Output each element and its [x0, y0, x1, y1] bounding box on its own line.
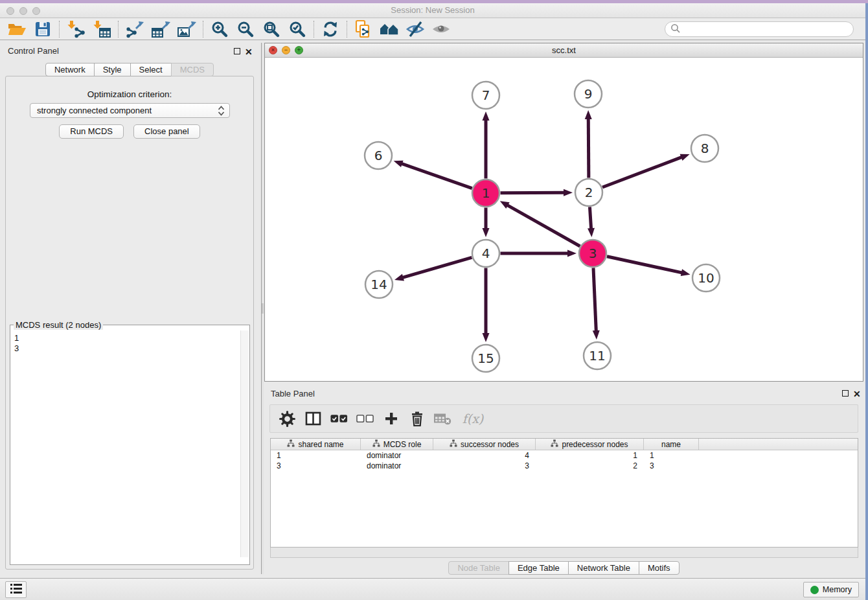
export-network-icon[interactable] — [122, 19, 148, 39]
edge-1-2[interactable] — [500, 192, 565, 193]
edge-3-1[interactable] — [507, 205, 580, 246]
table-cell[interactable]: 4 — [433, 450, 536, 461]
table-cell[interactable]: 1 — [271, 450, 361, 461]
mcds-result-text: 13 — [10, 330, 240, 558]
edge-arrowhead-1-4 — [483, 228, 490, 237]
import-table-icon[interactable] — [89, 19, 115, 39]
refresh-icon[interactable] — [317, 19, 343, 39]
column-header-filler — [699, 439, 858, 450]
table-cell[interactable]: 2 — [536, 461, 644, 471]
search-field[interactable] — [665, 21, 854, 37]
mcds-result-line: 1 — [14, 333, 236, 343]
gear-icon[interactable] — [279, 410, 296, 428]
first-neighbors-icon[interactable] — [376, 19, 402, 39]
memory-button[interactable]: Memory — [803, 582, 859, 597]
window-titlebar[interactable]: Session: New Session — [0, 3, 865, 18]
edge-arrowhead-4-3 — [567, 250, 577, 257]
hide-selected-icon[interactable] — [402, 19, 428, 39]
panel-splitter[interactable] — [261, 43, 264, 574]
table-cell[interactable]: dominator — [361, 461, 433, 471]
function-builder-label: f(x) — [463, 411, 484, 426]
column-header-name[interactable]: name — [644, 439, 699, 450]
export-table-icon[interactable] — [148, 19, 174, 39]
table-row[interactable]: 3dominator323 — [271, 461, 858, 471]
function-builder-icon: f(x) — [460, 410, 486, 428]
float-panel-icon[interactable] — [234, 48, 240, 54]
edge-4-14[interactable] — [402, 257, 472, 277]
edge-3-10[interactable] — [607, 257, 683, 273]
tab-style[interactable]: Style — [94, 63, 131, 76]
table-toolbar: f(x) — [269, 404, 858, 433]
search-input[interactable] — [683, 25, 845, 34]
table-cell[interactable]: 1 — [536, 450, 644, 461]
tab-select[interactable]: Select — [130, 63, 172, 76]
select-stepper-icon — [218, 106, 225, 120]
tab-edge-table[interactable]: Edge Table — [508, 561, 569, 575]
table-cell[interactable]: dominator — [361, 450, 433, 461]
deselect-all-checkboxes-icon[interactable] — [356, 410, 374, 428]
edge-arrowhead-4-15 — [483, 333, 490, 342]
open-file-icon[interactable] — [4, 19, 30, 39]
column-header-label: MCDS role — [383, 440, 422, 449]
result-scrollbar[interactable] — [240, 330, 249, 557]
network-window-controls: ×−+ — [269, 46, 308, 60]
mcds-result-title: MCDS result (2 nodes) — [14, 320, 103, 330]
zoom-fit-icon[interactable] — [258, 19, 284, 39]
column-header-shared-name[interactable]: shared name — [271, 439, 361, 450]
desktop-edge-right — [865, 3, 868, 600]
select-all-checkboxes-icon[interactable] — [330, 410, 348, 428]
delete-column-icon[interactable] — [408, 410, 426, 428]
split-columns-icon[interactable] — [304, 410, 322, 428]
tree-sort-icon — [372, 439, 380, 449]
table-row[interactable]: 1dominator411 — [271, 450, 858, 461]
network-window-titlebar[interactable]: ×−+ scc.txt — [265, 43, 863, 58]
table-cell[interactable]: 3 — [271, 461, 361, 471]
edge-arrowhead-1-2 — [564, 189, 573, 196]
table-panel-title: Table Panel — [271, 389, 315, 398]
zoom-network-window-icon[interactable]: + — [295, 46, 303, 54]
column-header-successor-nodes[interactable]: successor nodes — [433, 439, 536, 450]
toolbar-separator — [347, 21, 347, 38]
table-cell[interactable]: 3 — [644, 461, 699, 471]
tree-sort-icon — [450, 439, 457, 449]
column-header-predecessor-nodes[interactable]: predecessor nodes — [536, 439, 644, 450]
edge-2-9[interactable] — [588, 118, 589, 178]
run-mcds-button[interactable]: Run MCDS — [59, 124, 124, 139]
edge-1-6[interactable] — [401, 163, 472, 188]
mcds-panel: Optimization criterion: strongly connect… — [5, 76, 254, 570]
optimization-criterion-select[interactable]: strongly connected component — [30, 103, 230, 118]
tab-network[interactable]: Network — [45, 63, 95, 76]
import-network-icon[interactable] — [63, 19, 89, 39]
close-network-window-icon[interactable]: × — [269, 46, 277, 54]
tab-mcds[interactable]: MCDS — [171, 63, 214, 76]
tab-node-table[interactable]: Node Table — [448, 561, 509, 575]
toolbar-separator — [118, 21, 119, 38]
column-header-mcds-role[interactable]: MCDS role — [361, 439, 433, 450]
table-cell[interactable]: 1 — [644, 450, 699, 461]
network-canvas[interactable]: 1234678910111415 — [265, 58, 863, 381]
minimize-network-window-icon[interactable]: − — [282, 46, 290, 54]
tab-network-table[interactable]: Network Table — [568, 561, 639, 575]
memory-status-icon — [810, 586, 819, 594]
table-cell[interactable]: 3 — [433, 461, 536, 471]
close-table-panel-icon[interactable]: ✕ — [853, 389, 861, 398]
zoom-in-icon[interactable] — [207, 19, 233, 39]
network-window-title: scc.txt — [552, 45, 576, 55]
edge-2-8[interactable] — [602, 157, 682, 187]
add-column-icon[interactable] — [382, 410, 400, 428]
task-history-button[interactable] — [5, 581, 27, 598]
tab-motifs[interactable]: Motifs — [639, 561, 680, 575]
save-session-icon[interactable] — [30, 19, 56, 39]
zoom-out-icon[interactable] — [233, 19, 258, 39]
close-panel-button[interactable]: Close panel — [133, 124, 200, 139]
edge-3-11[interactable] — [593, 268, 596, 332]
edge-2-3[interactable] — [589, 207, 591, 229]
close-panel-icon[interactable]: ✕ — [245, 47, 253, 56]
show-all-icon[interactable] — [428, 19, 454, 39]
edge-arrowhead-1-6 — [394, 161, 404, 167]
new-network-from-selection-icon[interactable] — [350, 19, 376, 39]
export-image-icon[interactable] — [174, 19, 200, 39]
float-table-panel-icon[interactable] — [842, 390, 849, 397]
edge-arrowhead-2-8 — [680, 154, 690, 161]
zoom-selected-icon[interactable] — [284, 19, 310, 39]
